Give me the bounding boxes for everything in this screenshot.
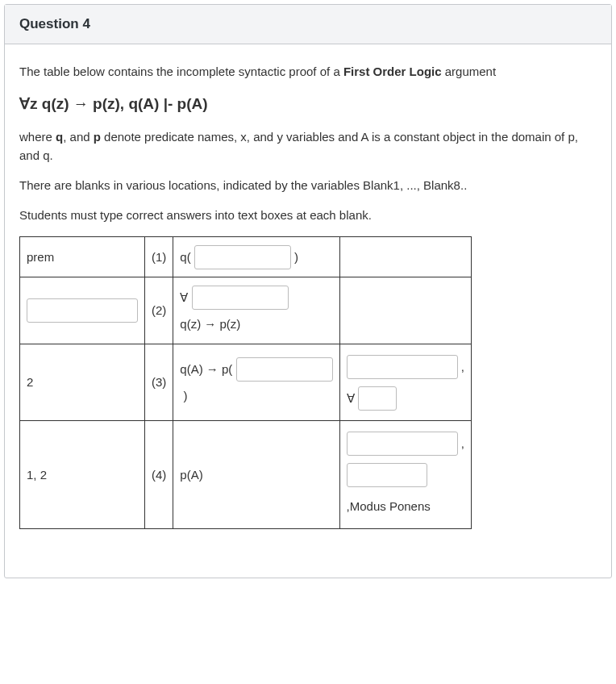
table-row: 1, 2 (4) p(A) , ,Modus Ponens — [20, 420, 472, 528]
desc2: There are blanks in various locations, i… — [19, 176, 597, 194]
blank-input[interactable] — [358, 386, 397, 411]
comma: , — [458, 436, 464, 450]
desc1: where q, and p denote predicate names, x… — [19, 127, 597, 165]
cell-formula: q(A) → p( ) — [173, 344, 339, 420]
cell-linenum: (3) — [145, 344, 173, 420]
blank-input[interactable] — [194, 245, 291, 269]
blank-input[interactable] — [192, 286, 289, 310]
cell-premise: prem — [20, 236, 145, 277]
formula-suffix: ) — [180, 389, 187, 402]
cell-premise — [20, 277, 145, 344]
question-body: The table below contains the incomplete … — [5, 44, 611, 578]
table-row: (2) ∀ q(z) → p(z) — [20, 277, 472, 344]
formula-suffix: ) — [291, 250, 298, 264]
cell-formula: q( ) — [173, 236, 339, 277]
intro-text: The table below contains the incomplete … — [19, 65, 343, 78]
modus-ponens: ,Modus Ponens — [347, 499, 431, 513]
blank-input[interactable] — [347, 355, 458, 379]
desc1-p: p — [94, 130, 101, 144]
desc1-mid1: , and — [63, 130, 94, 144]
cell-formula: p(A) — [173, 420, 339, 528]
intro-tail: argument — [442, 65, 497, 78]
cell-justification: , ∀ — [339, 344, 471, 420]
desc1-pre: where — [19, 130, 56, 144]
cell-formula: ∀ q(z) → p(z) — [173, 277, 339, 344]
formula-prefix: q(A) → p( — [180, 362, 235, 376]
blank-input[interactable] — [27, 298, 138, 323]
blank-input[interactable] — [347, 432, 458, 456]
table-row: prem (1) q( ) — [20, 236, 472, 277]
cell-linenum: (1) — [145, 236, 173, 277]
question-container: Question 4 The table below contains the … — [4, 4, 612, 578]
formula-prefix: ∀ — [180, 290, 191, 304]
cell-justification: , ,Modus Ponens — [339, 420, 471, 528]
cell-premise: 2 — [20, 344, 145, 420]
question-header: Question 4 — [5, 5, 611, 44]
intro-paragraph: The table below contains the incomplete … — [19, 62, 597, 81]
forall-prefix: ∀ — [347, 391, 358, 405]
cell-justification — [339, 277, 471, 344]
comma: , — [458, 360, 464, 373]
formula: ∀z q(z) → p(z), q(A) |- p(A) — [19, 92, 597, 115]
table-row: 2 (3) q(A) → p( ) , ∀ — [20, 344, 472, 420]
cell-premise: 1, 2 — [20, 420, 145, 528]
cell-linenum: (2) — [145, 277, 173, 344]
blank-input[interactable] — [236, 357, 333, 382]
cell-linenum: (4) — [145, 420, 173, 528]
desc3: Students must type correct answers into … — [19, 206, 597, 224]
intro-bold: First Order Logic — [343, 65, 442, 78]
proof-table: prem (1) q( ) (2) ∀ q(z) → p(z) — [19, 236, 472, 529]
blank-input[interactable] — [347, 463, 427, 487]
formula-line2: q(z) → p(z) — [180, 317, 240, 331]
question-title: Question 4 — [19, 16, 597, 32]
desc1-q: q — [56, 130, 63, 144]
formula-prefix: q( — [180, 250, 194, 264]
desc1-tail: denote predicate names, x, and y variabl… — [19, 130, 578, 162]
cell-justification — [339, 236, 471, 277]
